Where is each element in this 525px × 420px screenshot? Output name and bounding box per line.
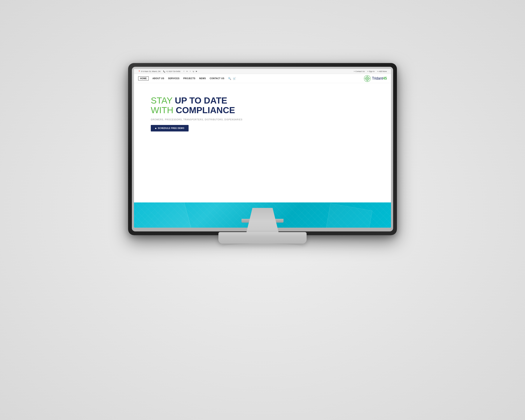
instagram-icon[interactable]: ig — [192, 70, 195, 73]
linkedin-icon[interactable]: in — [186, 70, 188, 73]
nav-contact[interactable]: CONTACT US — [210, 77, 225, 80]
hero-headline: STAY UP TO DATE WITH COMPLIANCE — [151, 96, 387, 115]
logo-wordmark: Tridant45 — [372, 76, 387, 81]
hero-uptodate-text: UP TO DATE — [175, 95, 227, 105]
nav-services[interactable]: SERVICES — [168, 77, 179, 80]
twitter-icon[interactable]: t — [189, 70, 191, 73]
youtube-icon[interactable]: ▶ — [196, 70, 198, 73]
top-bar-left: 9 N Main St, Miami, OK +1 918-716-5456 f… — [138, 70, 198, 73]
website: 9 N Main St, Miami, OK +1 918-716-5456 f… — [134, 69, 391, 228]
contact-us-link[interactable]: > Contact Us — [354, 70, 365, 73]
scene: 9 N Main St, Miami, OK +1 918-716-5456 f… — [94, 63, 431, 357]
cta-label: SCHEDULE FREE DEMO — [158, 127, 184, 129]
main-nav: HOME ABOUT US SERVICES PROJECTS NEWS CON… — [134, 74, 391, 83]
nav-about[interactable]: ABOUT US — [152, 77, 164, 80]
nav-projects[interactable]: PROJECTS — [183, 77, 196, 80]
logo-diamond-icon — [364, 75, 371, 82]
facebook-icon[interactable]: f — [183, 70, 185, 73]
nav-utility-icons: 🔍 🛒 — [228, 77, 236, 80]
nav-home[interactable]: HOME — [138, 76, 149, 80]
stand-base — [218, 232, 307, 243]
logo[interactable]: Tridant45 — [364, 75, 387, 82]
social-links[interactable]: f in t ig ▶ — [183, 70, 198, 73]
top-bar-right: > Contact Us > Sign in > Add More — [354, 70, 387, 73]
address-text: 9 N Main St, Miami, OK — [141, 70, 161, 73]
stand-reflection — [223, 243, 302, 250]
hero-subtitle: GROWERS, PROCESSORS, TRANSPORTERS, DISTR… — [151, 118, 387, 121]
hero-section: STAY UP TO DATE WITH COMPLIANCE GROWERS,… — [134, 83, 391, 202]
add-more-link[interactable]: > Add More — [377, 70, 387, 73]
sign-in-link[interactable]: > Sign in — [367, 70, 375, 73]
screen: 9 N Main St, Miami, OK +1 918-716-5456 f… — [134, 69, 391, 228]
nav-news[interactable]: NEWS — [199, 77, 206, 80]
cta-diamond-icon — [155, 127, 157, 129]
hero-line-1: STAY UP TO DATE — [151, 96, 387, 105]
logo-suffix: 45 — [383, 76, 387, 80]
phone-icon — [163, 70, 165, 73]
hero-compliance-text: COMPLIANCE — [176, 105, 235, 115]
top-bar: 9 N Main St, Miami, OK +1 918-716-5456 f… — [134, 69, 391, 74]
phone-container: +1 918-716-5456 — [163, 70, 180, 73]
nav-links: HOME ABOUT US SERVICES PROJECTS NEWS CON… — [138, 76, 236, 80]
address-container: 9 N Main St, Miami, OK — [138, 70, 161, 73]
pin-icon — [138, 70, 140, 73]
monitor-inner: 9 N Main St, Miami, OK +1 918-716-5456 f… — [132, 67, 393, 231]
hero-line-2: WITH COMPLIANCE — [151, 105, 387, 115]
monitor: 9 N Main St, Miami, OK +1 918-716-5456 f… — [128, 63, 397, 256]
search-icon[interactable]: 🔍 — [228, 77, 231, 80]
cart-icon[interactable]: 🛒 — [233, 77, 236, 80]
schedule-demo-button[interactable]: SCHEDULE FREE DEMO — [151, 125, 188, 131]
hero-with-text: WITH — [151, 105, 176, 115]
phone-text: +1 918-716-5456 — [166, 70, 180, 73]
hero-stay-text: STAY — [151, 95, 175, 105]
